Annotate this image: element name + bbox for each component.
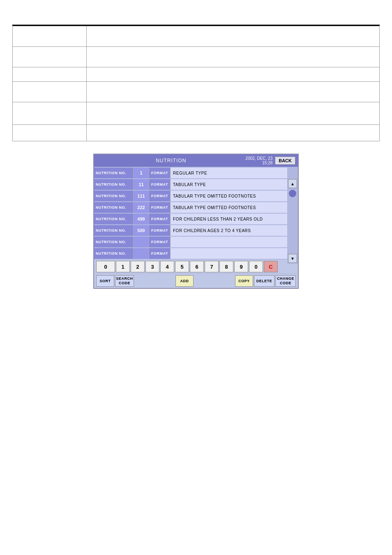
num-btn-9[interactable]: 9	[234, 261, 248, 272]
nutr-label: NUTRITION NO.	[94, 168, 133, 178]
nutr-desc	[170, 237, 287, 247]
num-btn-7[interactable]: 7	[205, 261, 219, 272]
top-table	[12, 26, 380, 141]
top-section	[12, 25, 380, 141]
nutr-desc: TABULAR TYPE OMITTED FOOTNOTES	[170, 202, 287, 213]
nutr-format: FORMAT	[149, 168, 170, 178]
nutrition-list: NUTRITION NO. 1 FORMAT REGULAR TYPE NUTR…	[94, 168, 298, 259]
nutrition-row-4[interactable]: NUTRITION NO. 222 FORMAT TABULAR TYPE OM…	[94, 202, 287, 213]
nutrition-row-6[interactable]: NUTRITION NO. 500 FORMAT FOR CHILDREN AG…	[94, 225, 287, 236]
screen-datetime: 2002, DEC, 2315:28	[246, 156, 273, 165]
table-row	[13, 125, 380, 141]
copy-button[interactable]: COPY	[235, 275, 253, 287]
table-cell-right	[87, 47, 380, 67]
nutr-label: NUTRITION NO.	[94, 191, 133, 201]
nutrition-screen: NUTRITION 2002, DEC, 2315:28 BACK NUTRIT…	[93, 154, 299, 289]
table-cell-right	[87, 82, 380, 102]
nutrition-row-5[interactable]: NUTRITION NO. 499 FORMAT FOR CHILDREN LE…	[94, 214, 287, 224]
table-cell-left	[13, 47, 87, 67]
nutr-no: 11	[133, 179, 149, 190]
scrollbar: ▲ ▼	[287, 178, 298, 264]
nutr-desc: TABULAR TYPE	[170, 179, 287, 190]
nutr-no: 222	[133, 202, 149, 213]
table-row	[13, 67, 380, 82]
nutrition-list-container: NUTRITION NO. 1 FORMAT REGULAR TYPE NUTR…	[94, 168, 298, 259]
nutr-format: FORMAT	[149, 191, 170, 201]
num-btn-5[interactable]: 5	[175, 261, 189, 272]
table-cell-left	[13, 125, 87, 141]
table-cell-left	[13, 82, 87, 102]
change-code-button[interactable]: CHANGECODE	[275, 275, 296, 287]
nutr-format: FORMAT	[149, 179, 170, 190]
nutr-label: NUTRITION NO.	[94, 202, 133, 213]
num-btn-3[interactable]: 3	[145, 261, 159, 272]
num-btn-0[interactable]: 0	[249, 261, 263, 272]
nutr-desc: REGULAR TYPE	[170, 168, 287, 178]
search-code-button[interactable]: SEARCHCODE	[115, 275, 134, 287]
screen-title: NUTRITION	[97, 158, 246, 164]
num-btn-1[interactable]: 1	[116, 261, 130, 272]
table-cell-right	[87, 125, 380, 141]
num-btn-2[interactable]: 2	[131, 261, 145, 272]
num-btn-6[interactable]: 6	[190, 261, 204, 272]
sort-button[interactable]: SORT	[96, 275, 114, 287]
nutr-format: FORMAT	[149, 202, 170, 213]
scroll-down-button[interactable]: ▼	[288, 254, 297, 263]
table-cell-left	[13, 26, 87, 47]
table-row	[13, 47, 380, 67]
nutr-desc: TABULAR TYPE OMITTED FOOTNOTES	[170, 191, 287, 201]
table-cell-right	[87, 67, 380, 82]
nutr-no	[133, 248, 149, 259]
nutr-no	[133, 237, 149, 247]
nutr-label: NUTRITION NO.	[94, 179, 133, 190]
table-row	[13, 26, 380, 47]
scroll-thumb	[289, 190, 296, 197]
screen-header: NUTRITION 2002, DEC, 2315:28 BACK	[94, 154, 298, 167]
add-button[interactable]: ADD	[175, 275, 194, 287]
nutrition-row-8[interactable]: NUTRITION NO. FORMAT	[94, 248, 287, 259]
nutrition-row-1[interactable]: NUTRITION NO. 1 FORMAT REGULAR TYPE	[94, 168, 287, 178]
delete-button[interactable]: DELETE	[254, 275, 274, 287]
table-cell-left	[13, 102, 87, 125]
num-btn-clear[interactable]: C	[264, 261, 278, 272]
numpad-row: 0 1 2 3 4 5 6 7 8 9 0 C	[94, 260, 298, 274]
num-btn-8[interactable]: 8	[219, 261, 233, 272]
nutr-desc: FOR CHILDREN AGES 2 TO 4 YEARS	[170, 225, 287, 236]
nutrition-row-2[interactable]: NUTRITION NO. 11 FORMAT TABULAR TYPE	[94, 179, 287, 190]
nutrition-row-7[interactable]: NUTRITION NO. FORMAT	[94, 237, 287, 247]
num-btn-0-wide[interactable]: 0	[96, 261, 115, 272]
nutr-format: FORMAT	[149, 248, 170, 259]
table-row	[13, 82, 380, 102]
nutr-no: 499	[133, 214, 149, 224]
nutr-desc	[170, 248, 287, 259]
nutrition-row-3[interactable]: NUTRITION NO. 111 FORMAT TABULAR TYPE OM…	[94, 191, 287, 201]
nutr-no: 111	[133, 191, 149, 201]
table-cell-left	[13, 67, 87, 82]
scroll-up-button[interactable]: ▲	[288, 179, 297, 188]
table-row	[13, 102, 380, 125]
num-btn-4[interactable]: 4	[160, 261, 174, 272]
nutr-label: NUTRITION NO.	[94, 225, 133, 236]
nutr-format: FORMAT	[149, 214, 170, 224]
back-button[interactable]: BACK	[275, 157, 295, 165]
nutr-format: FORMAT	[149, 237, 170, 247]
nutr-no: 500	[133, 225, 149, 236]
nutr-label: NUTRITION NO.	[94, 214, 133, 224]
table-cell-right	[87, 102, 380, 125]
nutr-label: NUTRITION NO.	[94, 237, 133, 247]
table-cell-right	[87, 26, 380, 47]
nutr-no: 1	[133, 168, 149, 178]
nutr-label: NUTRITION NO.	[94, 248, 133, 259]
action-buttons-row: SORT SEARCHCODE ADD COPY DELETE CHANGECO…	[94, 274, 298, 288]
nutr-desc: FOR CHILDREN LESS THAN 2 YEARS OLD	[170, 214, 287, 224]
screen-wrapper: NUTRITION 2002, DEC, 2315:28 BACK NUTRIT…	[0, 154, 392, 289]
nutr-format: FORMAT	[149, 225, 170, 236]
